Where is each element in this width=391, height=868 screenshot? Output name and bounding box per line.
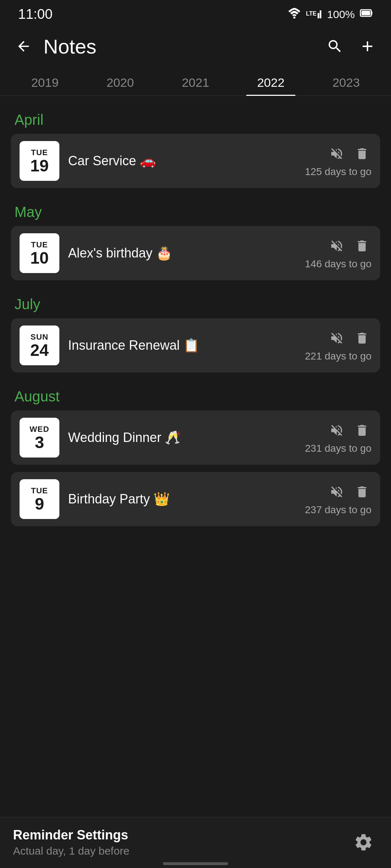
event-actions-car-service: 125 days to go — [305, 144, 371, 178]
month-april: April — [11, 103, 380, 134]
bottom-bar: Reminder Settings Actual day, 1 day befo… — [0, 817, 391, 868]
day-num-car-service: 19 — [30, 157, 49, 174]
tab-2021[interactable]: 2021 — [171, 70, 220, 95]
event-card-birthday-party[interactable]: TUE 9 Birthday Party 👑 237 days to go — [11, 472, 380, 526]
days-to-go-alex-birthday: 146 days to go — [305, 258, 371, 270]
status-time: 11:00 — [18, 7, 52, 22]
month-august: August — [11, 380, 380, 410]
signal-icon: LTE — [306, 8, 322, 21]
delete-button-insurance[interactable] — [353, 329, 371, 348]
days-to-go-insurance: 221 days to go — [305, 350, 371, 362]
delete-button-alex-birthday[interactable] — [353, 237, 371, 255]
mute-button-birthday-party[interactable] — [327, 482, 346, 501]
svg-point-0 — [293, 17, 295, 18]
days-to-go-birthday-party: 237 days to go — [305, 504, 371, 516]
action-icons-insurance — [327, 329, 371, 348]
days-to-go-car-service: 125 days to go — [305, 166, 371, 178]
month-may: May — [11, 195, 380, 226]
back-button[interactable] — [11, 34, 36, 59]
mute-button-alex-birthday[interactable] — [327, 237, 346, 255]
date-box-wedding-dinner: WED 3 — [20, 418, 59, 458]
tab-2022[interactable]: 2022 — [246, 70, 295, 95]
delete-button-wedding-dinner[interactable] — [353, 421, 371, 440]
search-button[interactable] — [322, 34, 348, 59]
event-card-wedding-dinner[interactable]: WED 3 Wedding Dinner 🥂 231 days to go — [11, 410, 380, 465]
svg-rect-5 — [371, 12, 373, 15]
page-title: Notes — [43, 35, 315, 58]
day-num-birthday-party: 9 — [35, 495, 44, 512]
mute-button-wedding-dinner[interactable] — [327, 421, 346, 440]
event-actions-wedding-dinner: 231 days to go — [305, 421, 371, 454]
add-button[interactable] — [355, 34, 380, 59]
action-icons-wedding-dinner — [327, 421, 371, 440]
tab-2019[interactable]: 2019 — [20, 70, 70, 95]
date-box-insurance: SUN 24 — [20, 326, 59, 365]
event-title-insurance: Insurance Renewal 📋 — [68, 338, 199, 353]
date-box-alex-birthday: TUE 10 — [20, 233, 59, 273]
event-info-insurance: Insurance Renewal 📋 — [68, 338, 299, 353]
event-info-wedding-dinner: Wedding Dinner 🥂 — [68, 430, 299, 445]
event-title-alex-birthday: Alex's birthday 🎂 — [68, 246, 172, 260]
delete-button-car-service[interactable] — [353, 144, 371, 163]
status-icons: LTE 100% — [288, 8, 373, 21]
day-num-insurance: 24 — [30, 342, 49, 358]
tab-2023[interactable]: 2023 — [321, 70, 371, 95]
action-icons-car-service — [327, 144, 371, 163]
year-tabs: 2019 2020 2021 2022 2023 — [0, 66, 391, 96]
action-icons-alex-birthday — [327, 237, 371, 255]
date-box-car-service: TUE 19 — [20, 141, 59, 181]
top-nav: Notes — [0, 26, 391, 66]
svg-rect-3 — [320, 10, 321, 18]
event-title-car-service: Car Service 🚗 — [68, 153, 156, 168]
svg-rect-2 — [318, 13, 319, 18]
event-title-birthday-party: Birthday Party 👑 — [68, 492, 170, 506]
event-title-wedding-dinner: Wedding Dinner 🥂 — [68, 430, 181, 445]
event-actions-insurance: 221 days to go — [305, 329, 371, 362]
mute-button-car-service[interactable] — [327, 144, 346, 163]
svg-rect-6 — [362, 11, 370, 15]
wifi-icon — [288, 8, 301, 21]
delete-button-birthday-party[interactable] — [353, 482, 371, 501]
battery-icon — [360, 8, 373, 21]
mute-button-insurance[interactable] — [327, 329, 346, 348]
event-info-birthday-party: Birthday Party 👑 — [68, 492, 299, 507]
status-bar: 11:00 LTE 100% — [0, 0, 391, 26]
battery-percent: 100% — [327, 8, 355, 21]
event-card-insurance[interactable]: SUN 24 Insurance Renewal 📋 221 days to g… — [11, 318, 380, 373]
day-num-alex-birthday: 10 — [30, 250, 49, 266]
settings-button[interactable] — [349, 828, 378, 857]
home-indicator — [163, 862, 228, 865]
day-num-wedding-dinner: 3 — [35, 434, 44, 451]
event-actions-alex-birthday: 146 days to go — [305, 237, 371, 270]
date-box-birthday-party: TUE 9 — [20, 479, 59, 519]
event-card-alex-birthday[interactable]: TUE 10 Alex's birthday 🎂 146 days to go — [11, 226, 380, 280]
content-area: April TUE 19 Car Service 🚗 — [0, 96, 391, 606]
reminder-settings-subtitle: Actual day, 1 day before — [13, 845, 349, 857]
reminder-settings-title: Reminder Settings — [13, 827, 349, 843]
reminder-settings-text: Reminder Settings Actual day, 1 day befo… — [13, 827, 349, 857]
event-info-car-service: Car Service 🚗 — [68, 153, 299, 169]
svg-text:LTE: LTE — [306, 10, 317, 17]
days-to-go-wedding-dinner: 231 days to go — [305, 443, 371, 454]
tab-2020[interactable]: 2020 — [96, 70, 145, 95]
month-july: July — [11, 288, 380, 318]
event-info-alex-birthday: Alex's birthday 🎂 — [68, 246, 299, 261]
event-actions-birthday-party: 237 days to go — [305, 482, 371, 516]
event-card-car-service[interactable]: TUE 19 Car Service 🚗 125 days to go — [11, 134, 380, 188]
action-icons-birthday-party — [327, 482, 371, 501]
